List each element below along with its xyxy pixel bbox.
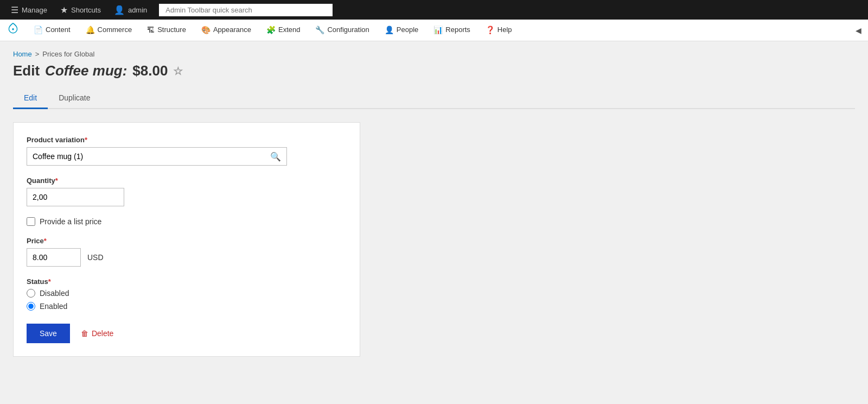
status-group: Status* Disabled Enabled [27,277,347,311]
reports-nav-label: Reports [445,26,470,34]
breadcrumb: Home > Prices for Global [13,50,855,58]
drupal-logo[interactable] [4,22,22,39]
appearance-nav-icon: 🎨 [201,26,210,34]
product-variation-group: Product variation* 🔍 [27,136,347,166]
nav-item-extend[interactable]: 🧩Extend [259,20,308,41]
reports-nav-icon: 📊 [433,26,443,34]
admin-user-menu-item[interactable]: 👤 admin [108,0,152,20]
status-disabled-text: Disabled [40,289,69,298]
edit-form: Product variation* 🔍 Quantity* Provide a… [13,122,360,357]
quantity-group: Quantity* [27,176,347,206]
price-label: Price* [27,237,347,245]
admin-label: admin [128,6,147,14]
content-nav-label: Content [46,26,71,34]
shortcuts-label: Shortcuts [71,6,101,14]
list-price-checkbox[interactable] [27,217,35,226]
trash-icon: 🗑 [81,329,88,338]
delete-label: Delete [92,329,113,338]
shortcuts-menu-item[interactable]: ★ Shortcuts [55,0,106,20]
nav-item-commerce[interactable]: 🔔Commerce [78,20,140,41]
title-italic: Coffee mug: [45,62,127,79]
user-icon: 👤 [114,5,125,15]
price-group: Price* USD [27,237,347,267]
price-row: USD [27,248,347,267]
favorite-star-icon[interactable]: ☆ [173,65,183,78]
content-nav-icon: 📄 [34,26,43,34]
product-variation-input[interactable] [27,148,265,165]
product-variation-label: Product variation* [27,136,347,144]
commerce-nav-label: Commerce [98,26,132,34]
admin-toolbar: ☰ Manage ★ Shortcuts 👤 admin [0,0,868,20]
page-tabs: Edit Duplicate [13,88,855,109]
configuration-nav-label: Configuration [327,26,369,34]
help-nav-label: Help [497,26,512,34]
extend-nav-label: Extend [278,26,300,34]
tab-edit[interactable]: Edit [13,88,48,109]
status-enabled-radio[interactable] [27,302,35,311]
nav-items: 📄Content🔔Commerce🏗Structure🎨Appearance🧩E… [26,20,849,41]
page-title: Edit Coffee mug: $8.00 ☆ [13,62,855,79]
appearance-nav-label: Appearance [213,26,251,34]
product-variation-search-button[interactable]: 🔍 [265,148,286,165]
main-navigation: 📄Content🔔Commerce🏗Structure🎨Appearance🧩E… [0,20,868,41]
people-nav-label: People [397,26,418,34]
product-variation-search-wrapper: 🔍 [27,147,287,166]
commerce-nav-icon: 🔔 [86,26,95,34]
nav-item-help[interactable]: ❓Help [478,20,520,41]
search-icon: 🔍 [270,152,281,161]
breadcrumb-current: Prices for Global [42,50,94,58]
status-enabled-text: Enabled [40,302,67,311]
help-nav-icon: ❓ [486,26,495,34]
list-price-group: Provide a list price [27,217,347,226]
status-label: Status* [27,277,347,286]
save-button[interactable]: Save [27,324,70,343]
delete-button[interactable]: 🗑 Delete [81,329,113,338]
structure-nav-label: Structure [157,26,186,34]
collapse-icon: ◀ [856,26,861,35]
nav-item-reports[interactable]: 📊Reports [426,20,478,41]
star-icon: ★ [60,5,68,15]
title-prefix: Edit [13,62,40,79]
quantity-input[interactable] [27,188,124,206]
people-nav-icon: 👤 [385,26,394,34]
quantity-label: Quantity* [27,176,347,185]
nav-item-configuration[interactable]: 🔧Configuration [308,20,376,41]
price-input[interactable] [27,248,81,267]
nav-item-people[interactable]: 👤People [377,20,426,41]
tab-duplicate[interactable]: Duplicate [48,88,101,109]
hamburger-icon: ☰ [11,5,18,15]
required-marker-2: * [55,176,58,185]
list-price-checkbox-label[interactable]: Provide a list price [27,217,347,226]
toolbar-search-input[interactable] [159,4,333,16]
nav-item-content[interactable]: 📄Content [26,20,78,41]
form-buttons: Save 🗑 Delete [27,324,347,343]
list-price-label-text: Provide a list price [40,217,101,226]
page-content: Home > Prices for Global Edit Coffee mug… [0,41,868,404]
nav-collapse-button[interactable]: ◀ [849,20,868,41]
status-radio-group: Disabled Enabled [27,289,347,311]
manage-menu-item[interactable]: ☰ Manage [5,0,53,20]
breadcrumb-home[interactable]: Home [13,50,32,58]
status-disabled-label[interactable]: Disabled [27,289,347,298]
status-disabled-radio[interactable] [27,289,35,298]
nav-item-appearance[interactable]: 🎨Appearance [194,20,259,41]
nav-item-structure[interactable]: 🏗Structure [139,20,194,41]
required-marker-3: * [44,237,47,245]
title-suffix: $8.00 [132,62,168,79]
configuration-nav-icon: 🔧 [315,26,324,34]
svg-point-0 [12,28,14,30]
breadcrumb-separator: > [35,50,40,58]
manage-label: Manage [22,6,47,14]
price-currency: USD [87,253,104,262]
required-marker: * [85,136,87,144]
status-enabled-label[interactable]: Enabled [27,302,347,311]
extend-nav-icon: 🧩 [266,26,276,34]
structure-nav-icon: 🏗 [147,26,155,34]
required-marker-4: * [48,277,51,286]
